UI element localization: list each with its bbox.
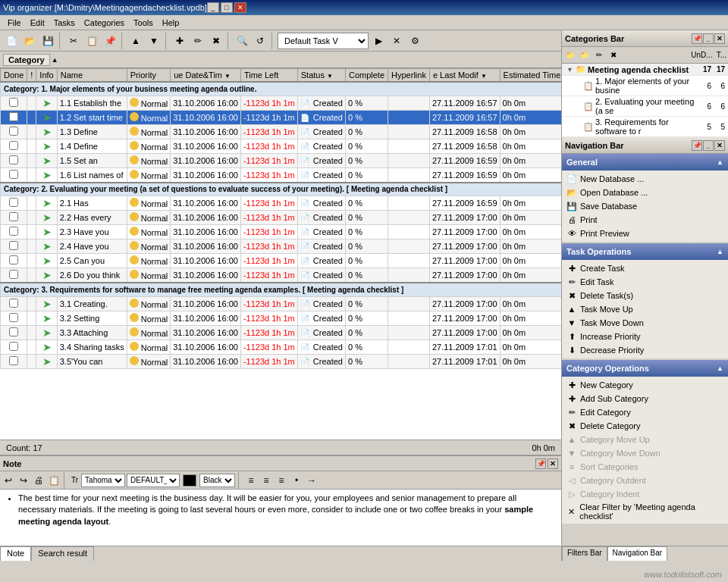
nav-item[interactable]: ✕Clear Filter by 'Meeting agenda checkli… xyxy=(562,501,728,522)
nav-item[interactable]: ⬆Increase Priority xyxy=(562,330,728,343)
table-row[interactable]: ➤1.3 Define Normal31.10.2006 16:00-1123d… xyxy=(1,124,562,139)
note-tb-bullet[interactable]: • xyxy=(290,474,303,487)
tb-cut[interactable]: ✂ xyxy=(65,33,82,49)
col-hyperlink[interactable]: Hyperlink xyxy=(388,69,430,83)
cell-done[interactable] xyxy=(1,325,27,340)
nav-item[interactable]: ▼Task Move Down xyxy=(562,316,728,330)
note-tb-align-center[interactable]: ≡ xyxy=(259,474,273,487)
cat-tree-item[interactable]: 📋3. Requirements for software to r55 xyxy=(562,117,728,137)
cell-done[interactable] xyxy=(1,124,27,139)
cat-tree-item[interactable]: ▼📁Meeting agenda checklist1717 xyxy=(562,64,728,76)
col-time-left[interactable]: Time Left xyxy=(240,69,297,83)
cat-tb-new[interactable]: 📁 xyxy=(563,48,577,62)
tb-save[interactable]: 💾 xyxy=(39,33,56,49)
cat-panel-close[interactable]: ✕ xyxy=(714,33,725,44)
nav-section-header[interactable]: Task Operations▲ xyxy=(562,243,728,260)
menu-tools[interactable]: Tools xyxy=(129,17,158,29)
nav-item[interactable]: ✚New Category xyxy=(562,378,728,392)
tb-create[interactable]: ✚ xyxy=(171,33,188,49)
cell-done[interactable] xyxy=(1,196,27,211)
task-filter-dropdown[interactable]: Default Task V xyxy=(278,33,369,49)
nav-item[interactable]: 📂Open Database ... xyxy=(562,186,728,199)
maximize-button[interactable]: □ xyxy=(221,2,233,13)
sidebar-tab-nav[interactable]: Navigation Bar xyxy=(607,546,668,561)
table-row[interactable]: ➤1.4 Define Normal31.10.2006 16:00-1123d… xyxy=(1,139,562,153)
tb-up[interactable]: ▲ xyxy=(127,33,144,49)
nav-item[interactable]: ✚Create Task xyxy=(562,261,728,275)
menu-tasks[interactable]: Tasks xyxy=(49,17,80,29)
task-table-container[interactable]: Done ! Info Name Priority ue Date&Tim ▼ … xyxy=(0,68,561,440)
note-tab-search[interactable]: Search result xyxy=(31,546,94,561)
col-name[interactable]: Name xyxy=(57,69,127,83)
note-tb-align-right[interactable]: ≡ xyxy=(275,474,288,487)
nav-section-header[interactable]: General▲ xyxy=(562,154,728,171)
nav-item[interactable]: ⬇Decrease Priority xyxy=(562,343,728,357)
cell-done[interactable] xyxy=(1,296,27,311)
cell-done[interactable] xyxy=(1,95,27,110)
table-row[interactable]: ➤3.3 Attaching Normal31.10.2006 16:00-11… xyxy=(1,325,562,340)
nav-item[interactable]: ✏Edit Category xyxy=(562,405,728,419)
table-row[interactable]: ➤3.4 Sharing tasks Normal31.10.2006 16:0… xyxy=(1,340,562,354)
cell-done[interactable] xyxy=(1,254,27,268)
tb-paste[interactable]: 📌 xyxy=(102,33,118,49)
cell-done[interactable] xyxy=(1,268,27,283)
table-row[interactable]: ➤3.5'You can Normal31.10.2006 16:00-1123… xyxy=(1,354,562,368)
nav-item[interactable]: 👁Print Preview xyxy=(562,227,728,240)
note-color-select[interactable]: Black xyxy=(199,474,235,487)
tb-down[interactable]: ▼ xyxy=(146,33,162,49)
note-tb-undo[interactable]: ↩ xyxy=(2,474,15,487)
cat-tree-item[interactable]: 📋2. Evaluating your meeting (a se66 xyxy=(562,96,728,117)
table-row[interactable]: ➤2.5 Can you Normal31.10.2006 16:00-1123… xyxy=(1,254,562,268)
note-tb-copy[interactable]: 📋 xyxy=(47,474,61,487)
cat-tb-delete[interactable]: ✖ xyxy=(607,48,620,62)
table-row[interactable]: ➤2.2 Has every Normal31.10.2006 16:00-11… xyxy=(1,211,562,225)
tb-filter-clear[interactable]: ✕ xyxy=(388,33,405,49)
tb-copy[interactable]: 📋 xyxy=(83,33,100,49)
cell-done[interactable] xyxy=(1,110,27,124)
tb-delete[interactable]: ✖ xyxy=(208,33,224,49)
cell-done[interactable] xyxy=(1,225,27,239)
nav-section-collapse-icon[interactable]: ▲ xyxy=(717,365,723,372)
table-row[interactable]: ➤1.5 Set an Normal31.10.2006 16:00-1123d… xyxy=(1,153,562,167)
cell-done[interactable] xyxy=(1,354,27,368)
col-priority-flag[interactable]: ! xyxy=(27,69,36,83)
minimize-button[interactable]: _ xyxy=(207,2,219,13)
nav-item[interactable]: ✏Edit Task xyxy=(562,275,728,289)
cat-tb-edit[interactable]: ✏ xyxy=(592,48,606,62)
nav-section-header[interactable]: Category Operations▲ xyxy=(562,360,728,377)
menu-file[interactable]: File xyxy=(3,17,26,29)
table-row[interactable]: ➤1.6 List names of Normal31.10.2006 16:0… xyxy=(1,167,562,183)
cell-done[interactable] xyxy=(1,239,27,254)
col-done[interactable]: Done xyxy=(1,69,27,83)
cell-done[interactable] xyxy=(1,139,27,153)
tb-open[interactable]: 📂 xyxy=(21,33,38,49)
sidebar-tab-filters[interactable]: Filters Bar xyxy=(562,546,607,561)
menu-edit[interactable]: Edit xyxy=(26,17,49,29)
note-content[interactable]: The best time for your next meeting is t… xyxy=(0,490,561,546)
cat-panel-min[interactable]: _ xyxy=(703,33,714,44)
close-button[interactable]: ✕ xyxy=(234,2,246,13)
table-row[interactable]: ➤2.6 Do you think Normal31.10.2006 16:00… xyxy=(1,268,562,283)
table-row[interactable]: ➤2.4 Have you Normal31.10.2006 16:00-112… xyxy=(1,239,562,254)
table-row[interactable]: ➤2.1 Has Normal31.10.2006 16:00-1123d 1h… xyxy=(1,196,562,211)
nav-panel-close[interactable]: ✕ xyxy=(714,140,725,151)
tb-filter[interactable]: 🔍 xyxy=(234,33,250,49)
note-tb-align-left[interactable]: ≡ xyxy=(244,474,258,487)
table-row[interactable]: ➤1.1 Establish the Normal31.10.2006 16:0… xyxy=(1,95,562,110)
col-info[interactable]: Info xyxy=(36,69,57,83)
note-tb-indent[interactable]: → xyxy=(305,474,318,487)
nav-section-collapse-icon[interactable]: ▲ xyxy=(717,158,723,166)
nav-item[interactable]: ✖Delete Category xyxy=(562,419,728,433)
cell-done[interactable] xyxy=(1,153,27,167)
table-row[interactable]: ➤3.2 Setting Normal31.10.2006 16:00-1123… xyxy=(1,311,562,325)
nav-section-collapse-icon[interactable]: ▲ xyxy=(717,248,723,255)
note-size-select[interactable]: DEFAULT_CHAR xyxy=(127,474,180,487)
nav-item[interactable]: 📄New Database ... xyxy=(562,172,728,186)
col-priority[interactable]: Priority xyxy=(127,69,171,83)
nav-item[interactable]: ▲Task Move Up xyxy=(562,302,728,316)
table-row[interactable]: ➤1.2 Set start time Normal31.10.2006 16:… xyxy=(1,110,562,124)
tb-new[interactable]: 📄 xyxy=(3,33,20,49)
nav-panel-pin[interactable]: 📌 xyxy=(692,140,702,151)
col-est-time[interactable]: Estimated Time xyxy=(500,69,561,83)
menu-help[interactable]: Help xyxy=(158,17,184,29)
